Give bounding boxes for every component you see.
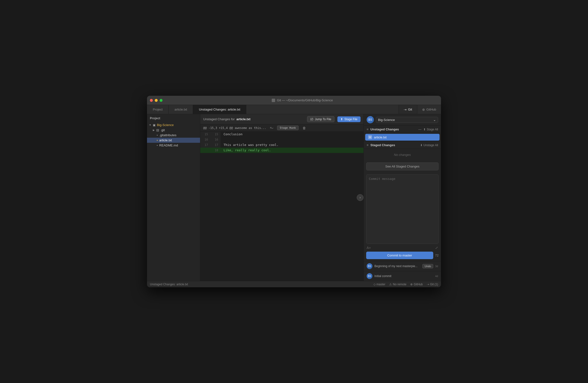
line-num-old: 15: [200, 132, 210, 137]
repo-icon: ▣: [153, 123, 155, 127]
code-icon: ⟨/⟩: [310, 117, 314, 121]
tab-git[interactable]: ⇢ Git: [399, 105, 417, 114]
sidebar-item-readme[interactable]: ▪ README.md: [147, 143, 200, 148]
tab-group-right: ⇢ Git ⊕ GitHub: [399, 105, 441, 114]
history-avatar-1: BS: [367, 263, 373, 269]
line-num-new-added: 18: [210, 148, 221, 153]
unstaged-section-header: ≡ Unstaged Changes — ⬆ Stage All: [364, 126, 441, 133]
stage-hunk-button[interactable]: Stage Hunk: [277, 126, 298, 130]
tabbar: Project article.txt Unstaged Changes: ar…: [147, 105, 441, 114]
git-indicator[interactable]: ⇢ Git (1): [427, 283, 438, 286]
repo-selector[interactable]: Big-Science ⌄: [376, 117, 438, 123]
file-icon: ▪: [157, 133, 158, 137]
unstaged-section-title: ≡ Unstaged Changes: [367, 128, 399, 131]
tab-unstaged[interactable]: Unstaged Changes: article.txt: [193, 105, 246, 114]
sidebar-item-article-txt[interactable]: ▪ article.txt: [147, 138, 200, 143]
commit-to-master-button[interactable]: Commit to master: [366, 252, 433, 259]
add-coauthor-icon[interactable]: A+: [367, 246, 371, 250]
history-item-2: BS Initial commit 4d: [364, 271, 441, 281]
unstage-all-button[interactable]: ⬇ Unstage All: [420, 143, 438, 147]
staged-section-header: ≡ Staged Changes ⬇ Unstage All: [364, 141, 441, 149]
staged-section-title: ≡ Staged Changes: [367, 143, 395, 147]
right-panel-header: BS Big-Science ⌄: [364, 114, 441, 126]
commit-row: Commit to master 72: [366, 252, 439, 259]
file-item-icon: M: [368, 135, 372, 139]
collapse-panel-button[interactable]: ›: [357, 194, 363, 201]
no-changes-label: No changes: [364, 149, 441, 160]
line-num-new: 16: [210, 137, 221, 142]
statusbar-right: ◇ master ⚠ No remote ⊕ GitHub ⇢ Git (1): [374, 283, 438, 286]
remote-indicator[interactable]: ⚠ No remote: [389, 283, 406, 286]
undo-button-1[interactable]: Undo: [422, 264, 433, 268]
git-status-icon: ⇢: [427, 283, 429, 286]
minimize-button[interactable]: [155, 99, 158, 102]
traffic-lights: [150, 99, 163, 102]
history-text-1: Beginning of my next masterpie...: [374, 265, 420, 268]
stage-all-button[interactable]: ⬆ Stage All: [423, 128, 438, 131]
main-content: Project ▼ ▣ Big-Science ▶ ▤ .git ▪ .gita…: [147, 114, 441, 281]
line-code: Conclusion: [221, 132, 363, 137]
chevron-right-icon: ›: [360, 196, 361, 199]
github-status-icon: ⊕: [410, 283, 413, 286]
chevron-down-icon: ▼: [149, 124, 151, 126]
titlebar: Git — ~/Documents/GitHub/Big-Science: [147, 96, 441, 105]
diff-content: 15 15 Conclusion 16 16 17 17 This articl…: [200, 132, 363, 281]
maximize-button[interactable]: [160, 99, 163, 102]
delete-hunk-button[interactable]: 🗑: [302, 126, 306, 130]
diff-line: 16 16: [200, 137, 363, 142]
history-item-1: BS Beginning of my next masterpie... Und…: [364, 261, 441, 271]
expand-icon[interactable]: ⤢: [435, 246, 438, 250]
diff-line: 17 17 This article was pretty cool.: [200, 142, 363, 148]
stage-file-button[interactable]: ⬆ Stage File: [337, 116, 361, 122]
editor-area: Unstaged Changes for article.txt ⟨/⟩ Jum…: [200, 114, 363, 281]
sidebar: Project ▼ ▣ Big-Science ▶ ▤ .git ▪ .gita…: [147, 114, 200, 281]
unstaged-icon: ≡: [367, 128, 369, 131]
close-button[interactable]: [150, 99, 153, 102]
statusbar: Unstaged Changes: article.txt ◇ master ⚠…: [147, 281, 441, 287]
warning-icon: ⚠: [389, 283, 392, 286]
chevron-right-icon: ▶: [153, 129, 155, 131]
git-icon: [272, 99, 275, 102]
statusbar-left: Unstaged Changes: article.txt: [150, 283, 188, 286]
see-all-staged-button[interactable]: See All Staged Changes: [366, 162, 439, 170]
hunk-shortcut: ⌘↵: [270, 126, 273, 130]
branch-indicator[interactable]: ◇ master: [374, 283, 386, 286]
branch-icon: ◇: [374, 283, 376, 286]
unstaged-file-item-article[interactable]: M article.txt: [365, 134, 440, 141]
tab-article[interactable]: article.txt: [168, 105, 193, 114]
chevron-down-icon: ⌄: [433, 118, 436, 122]
jump-to-file-button[interactable]: ⟨/⟩ Jump To File: [307, 116, 335, 122]
hunk-header: @@ -15,3 +15,4 @@ awesome as this... ⌘↵ …: [200, 124, 363, 132]
sidebar-header: Project: [147, 114, 200, 122]
line-num-new: 17: [210, 142, 221, 148]
sidebar-item-big-science[interactable]: ▼ ▣ Big-Science: [147, 122, 200, 128]
minimize-icon: —: [418, 128, 421, 131]
line-num-old: 17: [200, 142, 210, 148]
commit-toolbar: A+ ⤢: [366, 246, 439, 250]
github-icon: ⊕: [422, 108, 425, 112]
line-num-old-added: [200, 148, 210, 153]
line-code: This article was pretty cool.: [221, 142, 363, 148]
right-panel: BS Big-Science ⌄ ≡ Unstaged Changes — ⬆ …: [363, 114, 441, 281]
line-num-new: 15: [210, 132, 221, 137]
folder-icon: ▤: [156, 128, 159, 132]
history-avatar-2: BS: [367, 273, 373, 279]
hunk-range: @@ -15,3 +15,4 @@ awesome as this...: [203, 126, 266, 130]
github-indicator[interactable]: ⊕ GitHub: [410, 283, 423, 286]
unstage-icon: ⬇: [420, 143, 423, 147]
app-window: Git — ~/Documents/GitHub/Big-Science Pro…: [147, 96, 441, 287]
history-text-2: Initial commit: [374, 274, 433, 278]
stage-all-icon: ⬆: [423, 128, 426, 131]
sidebar-item-gitattributes[interactable]: ▪ .gitattributes: [147, 133, 200, 138]
tab-github[interactable]: ⊕ GitHub: [417, 105, 441, 114]
diff-line-added: 18 Like, really really cool.: [200, 148, 363, 153]
diff-toolbar: Unstaged Changes for article.txt ⟨/⟩ Jum…: [200, 114, 363, 124]
sidebar-item-git-folder[interactable]: ▶ ▤ .git: [147, 128, 200, 133]
diff-label: Unstaged Changes for article.txt: [203, 117, 251, 121]
line-code: [221, 137, 363, 142]
unstaged-file-list: M article.txt: [364, 133, 441, 141]
tab-project[interactable]: Project: [147, 105, 168, 114]
diff-line: 15 15 Conclusion: [200, 132, 363, 137]
commit-message-input[interactable]: [366, 174, 439, 244]
titlebar-center: Git — ~/Documents/GitHub/Big-Science: [166, 98, 438, 102]
